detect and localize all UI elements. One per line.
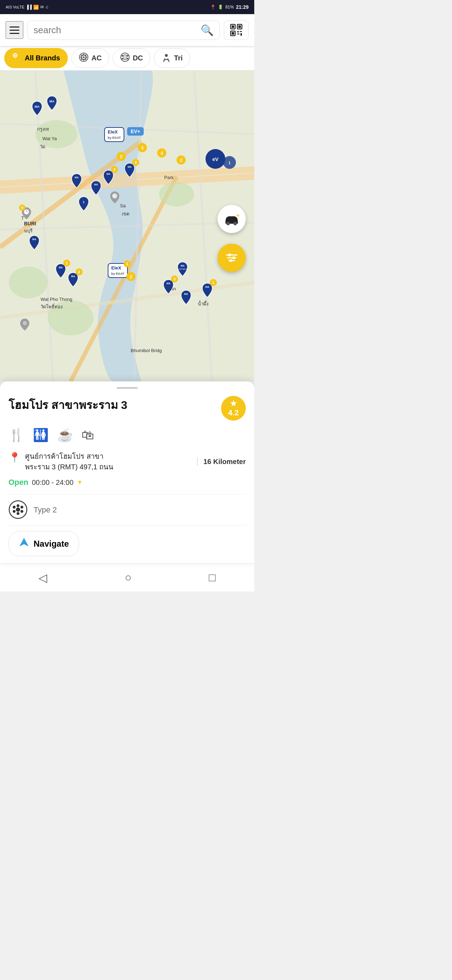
map-pin-1[interactable]: MA: [31, 101, 43, 118]
gear-pin[interactable]: ⚙: [19, 318, 30, 332]
svg-point-24: [85, 55, 86, 57]
svg-point-71: [232, 256, 235, 259]
ev-label: EV+: [127, 127, 144, 135]
svg-rect-5: [232, 32, 234, 35]
svg-point-26: [85, 58, 86, 60]
hamburger-line-2: [10, 30, 19, 31]
elex-pin-low[interactable]: EleXby EGAT 1: [108, 263, 128, 278]
ma-pin-b[interactable]: MA: [90, 180, 102, 197]
qr-button[interactable]: [224, 21, 248, 40]
map-pin-2[interactable]: MA: [46, 95, 58, 112]
svg-point-21: [83, 54, 85, 56]
filter-tab-ac[interactable]: AC: [71, 48, 109, 68]
svg-text:MA: MA: [59, 266, 63, 269]
ma-pin-c[interactable]: MA 3: [102, 170, 115, 186]
svg-point-79: [13, 510, 16, 513]
wifi-icon: 📶: [33, 5, 39, 10]
svg-text:MA: MA: [75, 176, 79, 179]
back-button[interactable]: ◁: [28, 568, 58, 588]
carrier-label: AIS VoLTE: [6, 5, 24, 9]
location-address: ศูนย์การค้าโฮมโปร สาขา พระราม 3 (RMT) 49…: [25, 451, 193, 472]
filter-tab-all-brands[interactable]: ⚡ All Brands: [4, 48, 68, 68]
svg-text:MA: MA: [32, 238, 37, 240]
address-line2: พระราม 3 (RMT) 497,1 ถนน: [25, 463, 113, 471]
divider-2: [8, 525, 246, 525]
location-icon: 📍: [210, 5, 216, 10]
svg-point-27: [121, 53, 129, 62]
svg-rect-7: [240, 31, 242, 32]
ma-pin-right-3[interactable]: MA 1: [201, 283, 213, 299]
svg-text:MA: MA: [71, 275, 75, 278]
location-pin-icon: 📍: [8, 452, 21, 463]
svg-point-75: [17, 504, 19, 507]
restroom-icon: 🚻: [33, 428, 49, 442]
elex-badge-2[interactable]: 2: [126, 272, 135, 281]
count-badge-2-mid: 2: [177, 155, 186, 165]
recent-apps-button[interactable]: □: [198, 568, 226, 588]
svg-point-23: [81, 55, 83, 57]
drag-handle[interactable]: [116, 387, 138, 389]
svg-rect-3: [238, 25, 241, 28]
charger-type-label: Type 2: [33, 505, 57, 515]
map-container[interactable]: eV 1 กรูงเท Wat Ya วัด T BURI นบุรี Sa เ…: [0, 71, 254, 382]
home-button[interactable]: ○: [114, 568, 142, 588]
svg-point-25: [81, 58, 83, 60]
navigate-button[interactable]: Navigate: [8, 531, 79, 556]
svg-point-37: [9, 267, 48, 298]
svg-rect-32: [124, 55, 126, 60]
rating-value: 4.2: [228, 408, 239, 417]
ma-pin-right-1[interactable]: MA 3: [162, 279, 174, 296]
bottom-nav: ◁ ○ □: [0, 563, 254, 592]
search-input[interactable]: [33, 25, 201, 36]
svg-point-31: [126, 58, 128, 60]
svg-point-30: [121, 58, 123, 60]
svg-point-64: [226, 222, 230, 225]
add-car-icon: +: [223, 210, 240, 228]
svg-text:MA: MA: [94, 183, 98, 186]
svg-point-76: [21, 506, 23, 509]
ma-pin-a[interactable]: MA: [71, 173, 83, 190]
mail-icon: ✉: [40, 5, 44, 10]
ma-pin-ll-2[interactable]: MA 2: [67, 272, 79, 289]
ma-pin-d[interactable]: MA 4: [124, 162, 135, 180]
gray-pin-2[interactable]: 0: [21, 207, 32, 221]
count-badge-2-top: 2: [116, 152, 126, 161]
divider-1: [8, 494, 246, 495]
pin-badge-3: 3: [111, 166, 118, 173]
search-button[interactable]: 🔍: [201, 24, 214, 37]
ma-pin-1badge[interactable]: 1: [78, 196, 90, 213]
location-header: โฮมโปร สาขาพระราม 3 ★ 4.2: [8, 396, 246, 421]
filter-tab-tri[interactable]: Tri: [154, 48, 190, 68]
add-car-button[interactable]: +: [218, 205, 246, 233]
tri-label: Tri: [174, 54, 183, 62]
ma-pin-ll-1[interactable]: MA 1: [55, 263, 67, 280]
ac-icon: [79, 52, 89, 64]
svg-point-11: [14, 55, 16, 56]
hamburger-line-3: [10, 33, 19, 34]
ma-pin-right-2[interactable]: MA: [180, 290, 192, 307]
hamburger-line-1: [10, 27, 19, 27]
search-input-container: 🔍: [27, 21, 220, 40]
svg-point-70: [228, 254, 231, 256]
svg-text:+: +: [236, 212, 239, 218]
hamburger-button[interactable]: [6, 21, 23, 39]
svg-rect-9: [240, 33, 242, 36]
filter-tab-dc[interactable]: DC: [113, 48, 150, 68]
hours-dropdown-icon[interactable]: ▼: [77, 479, 83, 485]
count-badge-3-top: 3: [138, 143, 147, 152]
elex-pin-top[interactable]: EleXby EGAT: [104, 127, 124, 142]
ma-pin-low-1[interactable]: MA: [28, 235, 40, 252]
svg-text:MA: MA: [128, 165, 132, 168]
filter-button[interactable]: [218, 244, 246, 272]
svg-text:1: 1: [228, 161, 231, 165]
navigate-icon: [19, 537, 29, 550]
signal-icon: ▐▐: [26, 5, 32, 10]
address-line1: ศูนย์การค้าโฮมโปร สาขา: [25, 452, 103, 460]
svg-text:LASTMILE: LASTMILE: [177, 268, 188, 270]
svg-point-19: [83, 57, 85, 58]
gray-pin-1[interactable]: 🕐: [110, 191, 120, 205]
status-right: 📍 🔋 81% 21:29: [210, 4, 248, 10]
charger-connector-icon: [8, 500, 28, 520]
battery-icon: 🔋: [218, 5, 223, 10]
svg-point-74: [13, 506, 16, 509]
